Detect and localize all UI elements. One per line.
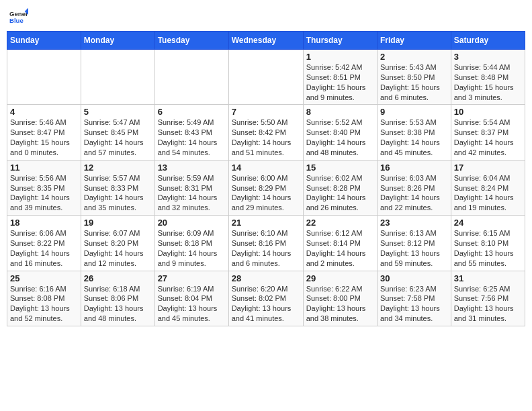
calendar-cell: 15Sunrise: 6:02 AM Sunset: 8:28 PM Dayli… xyxy=(303,160,377,215)
calendar-cell: 24Sunrise: 6:15 AM Sunset: 8:10 PM Dayli… xyxy=(451,216,525,271)
day-number: 27 xyxy=(158,273,226,283)
calendar-cell: 7Sunrise: 5:50 AM Sunset: 8:42 PM Daylig… xyxy=(228,105,303,160)
day-number: 12 xyxy=(84,163,152,173)
calendar-cell: 17Sunrise: 6:04 AM Sunset: 8:24 PM Dayli… xyxy=(451,160,525,215)
day-number: 24 xyxy=(454,218,522,228)
calendar-cell: 22Sunrise: 6:12 AM Sunset: 8:14 PM Dayli… xyxy=(303,216,377,271)
calendar-cell: 1Sunrise: 5:42 AM Sunset: 8:51 PM Daylig… xyxy=(303,50,377,105)
day-number: 15 xyxy=(306,163,374,173)
day-info: Sunrise: 6:23 AM Sunset: 7:58 PM Dayligh… xyxy=(380,284,448,324)
day-number: 7 xyxy=(232,107,300,117)
day-info: Sunrise: 5:54 AM Sunset: 8:37 PM Dayligh… xyxy=(454,118,522,157)
day-info: Sunrise: 6:18 AM Sunset: 8:06 PM Dayligh… xyxy=(84,284,152,324)
day-number: 13 xyxy=(158,163,226,173)
day-number: 30 xyxy=(380,273,448,283)
day-info: Sunrise: 6:19 AM Sunset: 8:04 PM Dayligh… xyxy=(158,284,226,324)
day-number: 26 xyxy=(84,273,152,283)
day-number: 22 xyxy=(306,218,374,228)
day-info: Sunrise: 6:07 AM Sunset: 8:20 PM Dayligh… xyxy=(84,228,152,268)
day-info: Sunrise: 6:06 AM Sunset: 8:22 PM Dayligh… xyxy=(10,228,78,268)
calendar-cell: 9Sunrise: 5:53 AM Sunset: 8:38 PM Daylig… xyxy=(378,105,451,160)
day-number: 23 xyxy=(380,218,448,228)
day-info: Sunrise: 6:03 AM Sunset: 8:26 PM Dayligh… xyxy=(380,173,448,213)
calendar-cell: 28Sunrise: 6:20 AM Sunset: 8:02 PM Dayli… xyxy=(228,271,303,326)
day-number: 17 xyxy=(454,163,522,173)
calendar-cell: 3Sunrise: 5:44 AM Sunset: 8:48 PM Daylig… xyxy=(451,50,525,105)
day-info: Sunrise: 6:25 AM Sunset: 7:56 PM Dayligh… xyxy=(454,284,522,324)
day-info: Sunrise: 5:59 AM Sunset: 8:31 PM Dayligh… xyxy=(158,173,226,213)
day-info: Sunrise: 5:43 AM Sunset: 8:50 PM Dayligh… xyxy=(380,62,448,102)
calendar-cell: 29Sunrise: 6:22 AM Sunset: 8:00 PM Dayli… xyxy=(303,271,377,326)
day-info: Sunrise: 6:02 AM Sunset: 8:28 PM Dayligh… xyxy=(306,173,374,213)
calendar-cell xyxy=(228,50,303,105)
calendar-week-1: 1Sunrise: 5:42 AM Sunset: 8:51 PM Daylig… xyxy=(7,50,525,105)
day-header-thursday: Thursday xyxy=(303,32,377,50)
day-number: 20 xyxy=(158,218,226,228)
calendar-cell: 25Sunrise: 6:16 AM Sunset: 8:08 PM Dayli… xyxy=(7,271,81,326)
day-info: Sunrise: 5:49 AM Sunset: 8:43 PM Dayligh… xyxy=(158,118,226,157)
day-info: Sunrise: 6:04 AM Sunset: 8:24 PM Dayligh… xyxy=(454,173,522,213)
calendar-cell xyxy=(81,50,154,105)
day-info: Sunrise: 6:15 AM Sunset: 8:10 PM Dayligh… xyxy=(454,228,522,268)
day-header-wednesday: Wednesday xyxy=(228,32,303,50)
calendar-cell: 2Sunrise: 5:43 AM Sunset: 8:50 PM Daylig… xyxy=(378,50,451,105)
day-info: Sunrise: 6:22 AM Sunset: 8:00 PM Dayligh… xyxy=(306,284,374,324)
calendar-cell: 8Sunrise: 5:52 AM Sunset: 8:40 PM Daylig… xyxy=(303,105,377,160)
calendar-cell: 16Sunrise: 6:03 AM Sunset: 8:26 PM Dayli… xyxy=(378,160,451,215)
calendar-table: SundayMondayTuesdayWednesdayThursdayFrid… xyxy=(7,31,525,326)
calendar-week-3: 11Sunrise: 5:56 AM Sunset: 8:35 PM Dayli… xyxy=(7,160,525,215)
day-info: Sunrise: 6:12 AM Sunset: 8:14 PM Dayligh… xyxy=(306,228,374,268)
day-number: 3 xyxy=(454,52,522,62)
calendar-cell: 4Sunrise: 5:46 AM Sunset: 8:47 PM Daylig… xyxy=(7,105,81,160)
day-number: 18 xyxy=(10,218,78,228)
day-info: Sunrise: 5:52 AM Sunset: 8:40 PM Dayligh… xyxy=(306,118,374,157)
day-number: 28 xyxy=(232,273,300,283)
calendar-cell: 13Sunrise: 5:59 AM Sunset: 8:31 PM Dayli… xyxy=(154,160,228,215)
day-header-saturday: Saturday xyxy=(451,32,525,50)
day-header-friday: Friday xyxy=(378,32,451,50)
day-number: 4 xyxy=(10,107,78,117)
day-info: Sunrise: 6:20 AM Sunset: 8:02 PM Dayligh… xyxy=(232,284,300,324)
day-number: 19 xyxy=(84,218,152,228)
calendar-cell: 14Sunrise: 6:00 AM Sunset: 8:29 PM Dayli… xyxy=(228,160,303,215)
calendar-cell: 12Sunrise: 5:57 AM Sunset: 8:33 PM Dayli… xyxy=(81,160,154,215)
day-number: 21 xyxy=(232,218,300,228)
day-number: 16 xyxy=(380,163,448,173)
day-info: Sunrise: 6:09 AM Sunset: 8:18 PM Dayligh… xyxy=(158,228,226,268)
calendar-cell: 27Sunrise: 6:19 AM Sunset: 8:04 PM Dayli… xyxy=(154,271,228,326)
day-number: 29 xyxy=(306,273,374,283)
day-number: 9 xyxy=(380,107,448,117)
day-info: Sunrise: 6:13 AM Sunset: 8:12 PM Dayligh… xyxy=(380,228,448,268)
calendar-cell: 26Sunrise: 6:18 AM Sunset: 8:06 PM Dayli… xyxy=(81,271,154,326)
day-number: 10 xyxy=(454,107,522,117)
day-info: Sunrise: 5:44 AM Sunset: 8:48 PM Dayligh… xyxy=(454,62,522,102)
page-header: General Blue xyxy=(7,7,525,26)
calendar-cell: 31Sunrise: 6:25 AM Sunset: 7:56 PM Dayli… xyxy=(451,271,525,326)
day-info: Sunrise: 6:00 AM Sunset: 8:29 PM Dayligh… xyxy=(232,173,300,213)
day-info: Sunrise: 5:47 AM Sunset: 8:45 PM Dayligh… xyxy=(84,118,152,157)
day-info: Sunrise: 5:57 AM Sunset: 8:33 PM Dayligh… xyxy=(84,173,152,213)
svg-text:Blue: Blue xyxy=(9,17,24,24)
day-header-tuesday: Tuesday xyxy=(154,32,228,50)
calendar-header: SundayMondayTuesdayWednesdayThursdayFrid… xyxy=(7,32,525,50)
calendar-cell: 23Sunrise: 6:13 AM Sunset: 8:12 PM Dayli… xyxy=(378,216,451,271)
calendar-body: 1Sunrise: 5:42 AM Sunset: 8:51 PM Daylig… xyxy=(7,50,525,326)
day-number: 1 xyxy=(306,52,374,62)
calendar-cell: 10Sunrise: 5:54 AM Sunset: 8:37 PM Dayli… xyxy=(451,105,525,160)
day-number: 8 xyxy=(306,107,374,117)
calendar-cell xyxy=(154,50,228,105)
logo-icon: General Blue xyxy=(9,7,28,26)
day-number: 11 xyxy=(10,163,78,173)
day-header-monday: Monday xyxy=(81,32,154,50)
day-info: Sunrise: 5:42 AM Sunset: 8:51 PM Dayligh… xyxy=(306,62,374,102)
day-info: Sunrise: 5:46 AM Sunset: 8:47 PM Dayligh… xyxy=(10,118,78,157)
calendar-week-5: 25Sunrise: 6:16 AM Sunset: 8:08 PM Dayli… xyxy=(7,271,525,326)
logo: General Blue xyxy=(9,7,31,26)
day-number: 31 xyxy=(454,273,522,283)
calendar-week-2: 4Sunrise: 5:46 AM Sunset: 8:47 PM Daylig… xyxy=(7,105,525,160)
day-number: 2 xyxy=(380,52,448,62)
calendar-cell: 19Sunrise: 6:07 AM Sunset: 8:20 PM Dayli… xyxy=(81,216,154,271)
day-info: Sunrise: 5:56 AM Sunset: 8:35 PM Dayligh… xyxy=(10,173,78,213)
calendar-week-4: 18Sunrise: 6:06 AM Sunset: 8:22 PM Dayli… xyxy=(7,216,525,271)
days-of-week-row: SundayMondayTuesdayWednesdayThursdayFrid… xyxy=(7,32,525,50)
